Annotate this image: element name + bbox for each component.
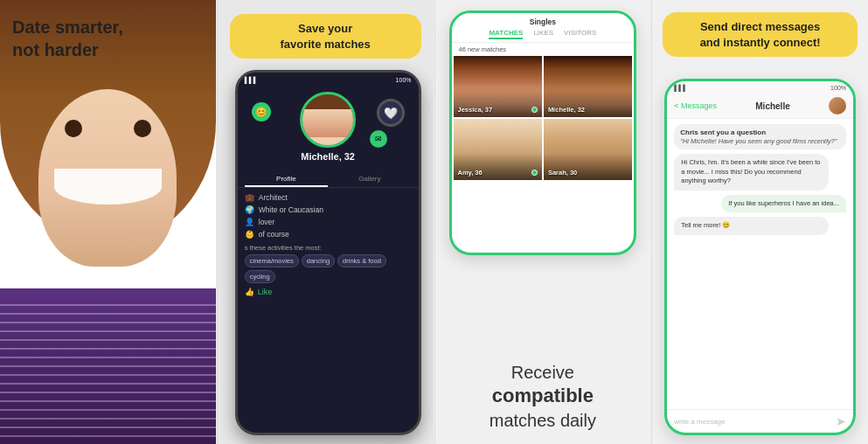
smiley-icon[interactable]: 😊 [252, 102, 271, 121]
chat-area: Chris sent you a question "Hi Michelle! … [667, 119, 853, 409]
tab-gallery[interactable]: Gallery [328, 172, 411, 187]
tab-profile[interactable]: Profile [245, 172, 328, 187]
bubble-line2: matches [324, 38, 371, 51]
profile-name-2: Michelle, 32 [245, 151, 412, 162]
match-cell-amy[interactable]: Amy, 36 [454, 119, 542, 180]
bubble-bold: favorite [280, 38, 321, 51]
headline-text: Date smarter, not harder [12, 16, 123, 61]
headline-line2: not harder [12, 40, 99, 59]
ethnicity-label: White or Caucasian [259, 205, 323, 214]
chat-header-name: Michelle [720, 101, 825, 111]
activity-tags: cinema/movies dancing drinks & food cycl… [245, 254, 412, 283]
panel-3: Singles MATCHES LIKES VISITORS 46 new ma… [434, 0, 652, 444]
favorite-matches-bubble: Save your favorite matches [230, 14, 421, 59]
headline-line1: Date smarter, [12, 17, 123, 37]
message-header: < Messages Michelle [667, 94, 853, 119]
tab-matches[interactable]: MATCHES [489, 29, 523, 39]
phone-mockup-2: ▌▌▌ 100% 😊 🤍 ✉ Michell [235, 70, 421, 435]
tag-cycling[interactable]: cycling [245, 270, 275, 283]
question-bubble: Chris sent you a question "Hi Michelle! … [674, 124, 846, 149]
tag-cinema[interactable]: cinema/movies [245, 254, 299, 267]
activities-title: s these activities the most: [245, 244, 412, 252]
battery-label: 100% [830, 85, 846, 91]
tab-likes[interactable]: LIKES [533, 29, 553, 39]
nav-title: Singles [459, 17, 628, 26]
sarah-label: Sarah, 30 [548, 169, 577, 177]
matches-tabs: MATCHES LIKES VISITORS [459, 29, 628, 39]
jessica-online [531, 107, 538, 113]
kids-row: 👶 of course [245, 228, 412, 240]
direct-messages-bubble: Send direct messages and instantly conne… [663, 12, 858, 57]
connect-label: and instantly connect! [700, 36, 821, 49]
match-cell-sarah[interactable]: Sarah, 30 [544, 119, 632, 180]
panel-4: Send direct messages and instantly conne… [651, 0, 868, 444]
send-label: Send [700, 20, 728, 33]
messages-phone: ▌▌▌ 100% < Messages Michelle Chris sent … [664, 79, 856, 435]
headline: Date smarter, not harder [12, 16, 123, 61]
message-icon[interactable]: ✉ [370, 130, 387, 148]
match-cell-michelle[interactable]: Michelle, 32 [544, 56, 632, 117]
write-message-placeholder[interactable]: write a message [674, 418, 830, 426]
matches-caption: Receive compatible matches daily [435, 361, 651, 432]
jessica-label: Jessica, 37 [458, 106, 493, 114]
matches-grid: Jessica, 37 Michelle, 32 Amy, 36 [452, 56, 635, 182]
write-message-bar: write a message ➤ [667, 409, 853, 433]
occupation-label: Architect [259, 193, 288, 202]
like-button[interactable]: 👍 Like [245, 288, 412, 296]
person-photo [0, 0, 216, 444]
heart-button[interactable]: 🤍 [377, 99, 405, 127]
chat-msg-2: If you like superheros I have an idea... [721, 195, 846, 213]
question-sender: Chris sent you a question [680, 128, 840, 136]
caption-daily: matches daily [490, 411, 596, 430]
caption-receive: Receive [511, 363, 574, 382]
tab-visitors[interactable]: VISITORS [564, 29, 596, 39]
new-matches-count: 46 new matches [452, 43, 635, 56]
tag-drinks[interactable]: drinks & food [337, 254, 386, 267]
amy-label: Amy, 36 [458, 169, 483, 177]
send-button-icon[interactable]: ➤ [836, 414, 846, 428]
occupation-row: 💼 Architect [245, 191, 412, 204]
michelle-label: Michelle, 32 [548, 106, 585, 114]
question-text: "Hi Michelle! Have you seen any good fil… [680, 137, 840, 145]
match-cell-jessica[interactable]: Jessica, 37 [454, 56, 542, 117]
kids-label: of course [259, 230, 289, 239]
chat-avatar [829, 97, 846, 114]
signal-icon: ▌▌▌ [674, 85, 687, 91]
chat-msg-1: Hi Chris, hm. It's been a while since I'… [674, 154, 829, 191]
tag-dancing[interactable]: dancing [302, 254, 335, 267]
like-label: Like [258, 288, 273, 296]
status-row: 👤 lover [245, 216, 412, 228]
amy-online [531, 170, 538, 176]
back-arrow[interactable]: < Messages [674, 101, 717, 110]
direct-messages-bold: direct messages [731, 20, 820, 33]
bubble-line1: Save your [298, 22, 352, 35]
matches-phone: Singles MATCHES LIKES VISITORS 46 new ma… [449, 10, 637, 255]
status-label: lover [259, 218, 274, 226]
caption-compatible: compatible [492, 385, 594, 406]
ethnicity-row: 🌍 White or Caucasian [245, 204, 412, 216]
chat-msg-3: Tell me more! 😊 [674, 217, 829, 235]
panel-2: Save your favorite matches ▌▌▌ 100% 😊 [217, 0, 434, 444]
panel-1: Date smarter, not harder [0, 0, 217, 444]
